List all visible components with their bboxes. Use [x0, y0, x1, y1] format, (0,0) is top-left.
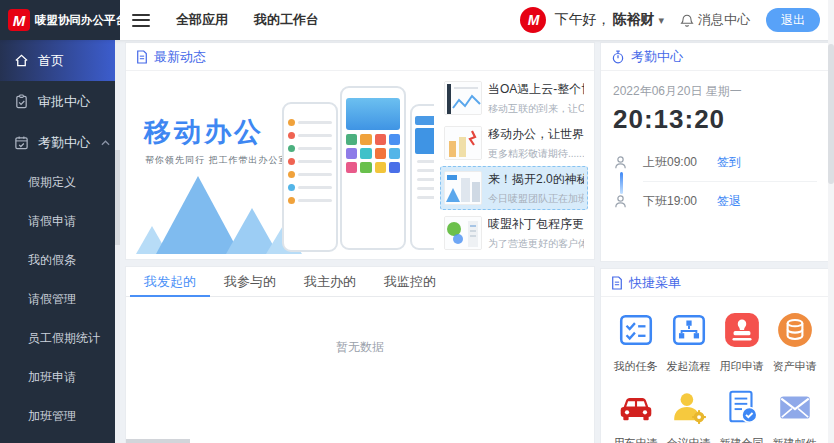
latest-news-panel: 最新动态 移动办公 帮你领先同行 把工作带出办公室 [125, 42, 595, 260]
subitem-label: 假期定义 [28, 174, 76, 191]
shift-label: 上班09:00 [643, 154, 717, 171]
sidebar-item-approval-center[interactable]: 审批中心 [0, 81, 120, 122]
news-thumbnail [444, 216, 482, 250]
check-in-link[interactable]: 签到 [717, 154, 741, 171]
quick-item-my-tasks[interactable]: 我的任务 [609, 311, 662, 374]
empty-state-text: 暂无数据 [126, 339, 594, 356]
tab-my-monitored[interactable]: 我监控的 [370, 267, 450, 296]
brand: M 唛盟协同办公平台 [0, 0, 120, 40]
sidebar-subitem-employee-holiday-stats[interactable]: 员工假期统计 [0, 319, 120, 358]
username: 陈裕财 [612, 11, 654, 29]
contract-icon [723, 388, 761, 430]
news-item[interactable]: 移动办公，让世界触手可 更多精彩敬请期待....... [440, 121, 588, 165]
sidebar: 首页 审批中心 考勤中心 假期定义 请假申请 我的假条 请假管理 员工假期统计 … [0, 40, 120, 443]
news-thumbnail [444, 126, 482, 160]
tab-my-initiated[interactable]: 我发起的 [130, 267, 210, 296]
sidebar-subitem-leave-management[interactable]: 请假管理 [0, 280, 120, 319]
chevron-down-icon: ▾ [658, 14, 664, 27]
news-item-selected[interactable]: 来！揭开2.0的神秘面纱- 今日唛盟团队正在加班加点, [440, 166, 588, 210]
quick-item-label: 新建邮件 [773, 436, 817, 443]
quick-item-new-contract[interactable]: 新建合同 [715, 388, 768, 443]
nav-all-apps[interactable]: 全部应用 [176, 11, 228, 29]
home-icon [14, 53, 29, 68]
quick-item-start-flow[interactable]: 发起流程 [662, 311, 715, 374]
check-out-row: 下班19:00 签退 [613, 182, 817, 220]
person-icon [613, 194, 629, 209]
phone-mockup [410, 104, 434, 250]
check-out-link[interactable]: 签退 [717, 193, 741, 210]
news-subtitle: 更多精彩敬请期待....... [488, 147, 584, 161]
approval-clipboard-icon [14, 94, 29, 109]
sidebar-item-home[interactable]: 首页 [0, 40, 120, 81]
user-avatar[interactable]: M [520, 7, 546, 33]
top-header: M 唛盟协同办公平台 全部应用 我的工作台 M 下午好， 陈裕财 ▾ 消息中心 … [0, 0, 834, 40]
tab-my-hosted[interactable]: 我主办的 [290, 267, 370, 296]
user-menu[interactable]: 下午好， 陈裕财 ▾ [554, 11, 664, 29]
document-icon [136, 50, 148, 64]
news-subtitle: 今日唛盟团队正在加班加点, [488, 192, 584, 206]
quick-item-meeting-request[interactable]: 会议申请 [662, 388, 715, 443]
subitem-label: 加班申请 [28, 369, 76, 386]
main-content: 最新动态 移动办公 帮你领先同行 把工作带出办公室 [120, 40, 834, 443]
car-icon [617, 388, 655, 430]
quick-item-label: 我的任务 [614, 359, 658, 374]
quick-item-label: 用印申请 [720, 359, 764, 374]
news-title: 当OA遇上云-整个协同OA [488, 81, 584, 98]
panel-header: 最新动态 [126, 43, 594, 71]
brand-name: 唛盟协同办公平台 [35, 13, 127, 28]
sidebar-item-label: 审批中心 [38, 93, 90, 111]
news-item[interactable]: 当OA遇上云-整个协同OA 移动互联的到来，让OA与云 [440, 76, 588, 120]
sidebar-subitem-holiday-definition[interactable]: 假期定义 [0, 163, 120, 202]
phone-mockup [282, 102, 338, 252]
sidebar-item-label: 考勤中心 [38, 134, 90, 152]
tab-my-participated[interactable]: 我参与的 [210, 267, 290, 296]
bell-icon [680, 13, 694, 28]
asset-icon [776, 311, 814, 353]
quick-menu-grid: 我的任务 发起流程 用印申请 [601, 297, 829, 443]
shift-label: 下班19:00 [643, 193, 717, 210]
tasks-icon [617, 311, 655, 353]
quick-item-asset-request[interactable]: 资产申请 [768, 311, 821, 374]
panel-header: 考勤中心 [601, 43, 829, 71]
sidebar-item-label: 首页 [38, 52, 64, 70]
banner-subline: 帮你领先同行 把工作带出办公室 [145, 154, 289, 167]
top-nav: 全部应用 我的工作台 [176, 11, 319, 29]
logout-button[interactable]: 退出 [766, 8, 820, 32]
timeline-connector [620, 172, 623, 194]
quick-menu-panel: 快捷菜单 我的任务 发起流程 [600, 268, 830, 443]
sidebar-item-attendance-center[interactable]: 考勤中心 [0, 122, 120, 163]
flow-icon [670, 311, 708, 353]
news-subtitle: 为了营造更好的客户体验，唛 [488, 237, 584, 251]
vertical-scrollbar[interactable] [828, 0, 834, 443]
quick-item-seal-request[interactable]: 用印申请 [715, 311, 768, 374]
meeting-person-icon [670, 388, 708, 430]
sidebar-subitem-overtime-management[interactable]: 加班管理 [0, 397, 120, 436]
tasks-panel: 我发起的 我参与的 我主办的 我监控的 暂无数据 [125, 266, 595, 443]
horizontal-scrollbar[interactable] [126, 439, 190, 443]
message-center[interactable]: 消息中心 [680, 11, 750, 29]
stopwatch-icon [611, 50, 625, 64]
quick-item-new-mail[interactable]: 新建邮件 [768, 388, 821, 443]
nav-my-workspace[interactable]: 我的工作台 [254, 11, 319, 29]
menu-toggle-icon[interactable] [132, 10, 150, 30]
attendance-panel: 考勤中心 2022年06月20日 星期一 20:13:20 上班09:00 签到 [600, 42, 830, 262]
news-list: 当OA遇上云-整个协同OA 移动互联的到来，让OA与云 移动办公，让世界触手可 … [440, 76, 588, 255]
news-title: 移动办公，让世界触手可 [488, 126, 584, 143]
quick-item-label: 会议申请 [667, 436, 711, 443]
attendance-calendar-icon [14, 135, 29, 150]
news-title: 唛盟补丁包程序更新 [488, 216, 584, 233]
phone-mockup [340, 86, 406, 250]
quick-item-car-request[interactable]: 用车申请 [609, 388, 662, 443]
app-logo: M [8, 9, 30, 31]
attendance-clock: 20:13:20 [613, 104, 817, 135]
tasks-tabs: 我发起的 我参与的 我主办的 我监控的 [126, 267, 594, 297]
news-body: 移动办公 帮你领先同行 把工作带出办公室 [126, 72, 594, 259]
sidebar-subitem-my-leave-notes[interactable]: 我的假条 [0, 241, 120, 280]
banner-image[interactable]: 移动办公 帮你领先同行 把工作带出办公室 [134, 76, 434, 254]
news-item[interactable]: 唛盟补丁包程序更新 为了营造更好的客户体验，唛 [440, 211, 588, 255]
sidebar-subitem-overtime-request[interactable]: 加班申请 [0, 358, 120, 397]
banner-headline: 移动办公 [144, 114, 264, 150]
document-icon [611, 276, 623, 290]
sidebar-subitem-leave-request[interactable]: 请假申请 [0, 202, 120, 241]
panel-title: 最新动态 [154, 48, 206, 66]
